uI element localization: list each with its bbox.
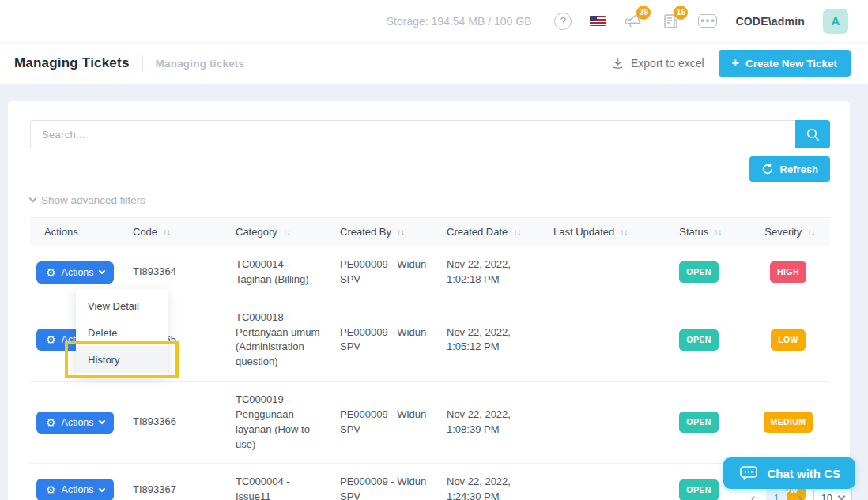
ticket-category: TC000004 - Issue11: [226, 464, 330, 500]
page-header: Managing Tickets Managing tickets Export…: [0, 42, 868, 84]
chevron-down-icon: [98, 268, 104, 274]
chat-bubble-icon: [738, 464, 759, 482]
refresh-label: Refresh: [780, 164, 818, 175]
messages-button[interactable]: ●●●: [698, 14, 717, 28]
chevron-down-icon: [29, 195, 37, 203]
row-actions-button[interactable]: ⚙ Actions: [36, 412, 114, 434]
status-badge: OPEN: [679, 479, 718, 500]
menu-item-delete[interactable]: Delete: [76, 319, 168, 346]
ticket-created-by: PE000009 - Widun SPV: [330, 246, 437, 299]
chevron-down-icon: [98, 486, 104, 492]
ticket-category: TC000014 - Tagihan (Billing): [226, 246, 330, 299]
table-row: ⚙ Actions TI893366 TC000019 - Penggunaan…: [30, 382, 830, 464]
breadcrumb: Managing tickets: [156, 58, 245, 70]
chevron-down-icon: [98, 418, 104, 424]
export-label: Export to excel: [631, 57, 704, 70]
refresh-button[interactable]: Refresh: [749, 156, 830, 182]
breadcrumb-divider: [142, 55, 143, 72]
page-number[interactable]: 1: [766, 488, 787, 500]
avatar[interactable]: A: [823, 9, 848, 34]
news-count-badge: 16: [674, 6, 688, 20]
ticket-last-updated: [544, 464, 651, 500]
col-created-date[interactable]: Created Date↑↓: [437, 218, 544, 246]
col-status[interactable]: Status↑↓: [651, 218, 745, 246]
sort-icon[interactable]: ↑↓: [620, 227, 628, 237]
ticket-category: TC000018 - Pertanyaan umum (Administrati…: [226, 299, 330, 381]
col-actions: Actions: [30, 218, 123, 246]
table-header-row: Actions Code↑↓ Category↑↓ Created By↑↓ C…: [30, 218, 830, 246]
announcements-button[interactable]: 39: [624, 12, 643, 31]
status-badge: OPEN: [679, 261, 718, 283]
topbar: Storage: 194.54 MB / 100 GB ? 39 16 ●●● …: [0, 0, 868, 42]
announcements-count-badge: 39: [636, 6, 651, 20]
sort-icon[interactable]: ↑↓: [283, 227, 291, 237]
col-created-by[interactable]: Created By↑↓: [330, 218, 437, 246]
gear-icon: ⚙: [46, 334, 56, 345]
sort-icon[interactable]: ↑↓: [807, 227, 815, 237]
col-category[interactable]: Category↑↓: [226, 218, 330, 246]
actions-dropdown-menu: View Detail Delete History: [76, 289, 168, 376]
col-code[interactable]: Code↑↓: [123, 218, 226, 246]
table-row: ⚙ Actions TI893367 TC000004 - Issue11 PE…: [30, 464, 830, 500]
ticket-code: TI893367: [123, 464, 226, 500]
ticket-created-date: Nov 22, 2022, 1:05:12 PM: [437, 299, 544, 381]
storage-indicator: Storage: 194.54 MB / 100 GB: [387, 15, 532, 28]
ticket-last-updated: [544, 299, 651, 381]
news-button[interactable]: 16: [661, 12, 680, 31]
search-button[interactable]: [795, 120, 830, 148]
help-button[interactable]: ?: [554, 13, 572, 30]
ticket-created-date: Nov 22, 2022, 1:02:18 PM: [437, 246, 544, 299]
ticket-created-by: PE000009 - Widun SPV: [330, 464, 437, 500]
search-bar: [30, 120, 830, 148]
ticket-created-date: Nov 22, 2022, 1:24:30 PM: [437, 464, 544, 500]
gear-icon: ⚙: [46, 267, 56, 278]
sort-icon[interactable]: ↑↓: [714, 227, 722, 237]
col-last-updated[interactable]: Last Updated↑↓: [544, 218, 651, 246]
gear-icon: ⚙: [46, 417, 56, 428]
severity-badge: LOW: [771, 329, 806, 351]
current-user-label: CODE\admin: [735, 15, 805, 28]
filters-label: Show advanced filters: [41, 194, 145, 206]
help-icon: ?: [554, 13, 572, 30]
ticket-created-by: PE000009 - Widun SPV: [330, 382, 437, 464]
search-input[interactable]: [30, 120, 795, 148]
status-badge: OPEN: [679, 329, 718, 351]
language-selector[interactable]: [590, 16, 606, 26]
export-to-excel-button[interactable]: Export to excel: [611, 57, 704, 70]
sort-icon[interactable]: ↑↓: [163, 227, 171, 237]
chat-dots-icon: ●●●: [698, 14, 717, 28]
row-actions-button[interactable]: ⚙ Actions: [36, 261, 114, 284]
status-badge: OPEN: [679, 412, 718, 433]
next-page-button[interactable]: ›: [798, 491, 802, 500]
ticket-created-date: Nov 22, 2022, 1:08:39 PM: [437, 382, 544, 464]
chevron-down-icon: [838, 493, 846, 500]
refresh-icon: [761, 163, 774, 175]
download-icon: [611, 57, 625, 70]
page-title: Managing Tickets: [14, 55, 130, 71]
create-new-ticket-button[interactable]: + Create New Ticket: [719, 50, 851, 77]
severity-badge: HIGH: [770, 261, 806, 283]
chat-label: Chat with CS: [768, 467, 841, 480]
sort-icon[interactable]: ↑↓: [397, 227, 405, 237]
menu-item-view-detail[interactable]: View Detail: [76, 292, 168, 319]
ticket-last-updated: [544, 246, 651, 299]
show-advanced-filters-toggle[interactable]: Show advanced filters: [30, 194, 830, 206]
prev-page-button[interactable]: ‹: [751, 491, 755, 500]
plus-icon: +: [732, 57, 739, 70]
create-label: Create New Ticket: [745, 58, 837, 70]
severity-badge: MEDIUM: [764, 412, 813, 433]
row-actions-button[interactable]: ⚙ Actions: [36, 479, 114, 500]
chat-with-cs-button[interactable]: Chat with CS: [723, 457, 856, 489]
gear-icon: ⚙: [46, 484, 56, 495]
ticket-category: TC000019 - Penggunaan layanan (How to us…: [226, 382, 330, 464]
ticket-code: TI893366: [123, 382, 226, 464]
us-flag-icon: [590, 16, 606, 26]
menu-item-history[interactable]: History: [76, 346, 168, 373]
sort-icon[interactable]: ↑↓: [513, 227, 521, 237]
ticket-created-by: PE000009 - Widun SPV: [330, 299, 437, 381]
col-severity[interactable]: Severity↑↓: [745, 218, 830, 246]
ticket-last-updated: [544, 382, 651, 464]
search-icon: [806, 127, 821, 142]
